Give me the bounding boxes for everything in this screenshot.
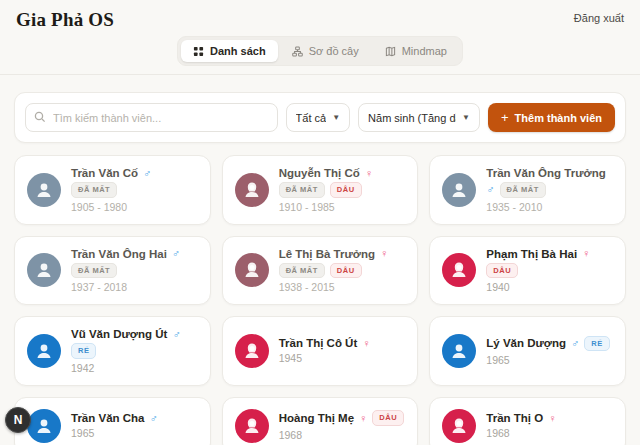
member-card[interactable]: Nguyễn Thị Cố ♀ ĐÃ MẤTDÂU 1910 - 1985 [222, 155, 419, 225]
avatar [235, 409, 269, 443]
member-name: Lý Văn Dượng [486, 337, 566, 349]
person-male-icon [449, 180, 469, 200]
person-female-icon [449, 260, 469, 280]
member-card[interactable]: Lê Thị Bà Trưởng ♀ ĐÃ MẤTDÂU 1938 - 2015 [222, 236, 419, 306]
gender-icon: ♀ [359, 413, 367, 424]
mindmap-icon [385, 46, 396, 57]
member-info: Trần Văn Cố ♂ ĐÃ MẤT 1905 - 1980 [71, 167, 198, 213]
member-name: Vũ Văn Dượng Út [71, 328, 167, 340]
search-icon [34, 111, 46, 123]
add-member-label: Thêm thành viên [515, 112, 602, 124]
person-male-icon [34, 180, 54, 200]
member-card[interactable]: Phạm Thị Bà Hai ♀ DÂU 1940 [429, 236, 626, 306]
top-bar: Gia Phả OS Đăng xuất Danh sách Sơ đồ cây [0, 0, 640, 75]
member-years: 1965 [71, 427, 158, 439]
nextjs-dev-badge[interactable]: N [5, 407, 31, 433]
member-info: Lý Văn Dượng ♂ RỂ 1965 [486, 336, 609, 367]
member-card[interactable]: Vũ Văn Dượng Út ♂ RỂ 1942 [14, 316, 211, 386]
chevron-down-icon: ▼ [332, 113, 340, 122]
status-badge: DÂU [372, 410, 404, 426]
tab-mindmap[interactable]: Mindmap [373, 40, 459, 62]
member-info: Trần Văn Cha ♂ 1965 [71, 412, 158, 439]
avatar [235, 253, 269, 287]
person-male-icon [34, 416, 54, 436]
avatar [27, 409, 61, 443]
gender-icon: ♀ [380, 248, 388, 259]
gender-icon: ♂ [172, 248, 180, 259]
person-female-icon [242, 341, 262, 361]
member-name: Trần Thị O [486, 412, 543, 424]
status-badge: DÂU [486, 263, 518, 279]
member-card[interactable]: Trần Văn Ông Trưởng ♂ ĐÃ MẤT 1935 - 2010 [429, 155, 626, 225]
add-member-button[interactable]: + Thêm thành viên [488, 103, 615, 132]
avatar [235, 334, 269, 368]
member-info: Hoàng Thị Mẹ ♀ DÂU 1968 [279, 410, 404, 441]
member-years: 1968 [279, 429, 404, 441]
chevron-down-icon: ▼ [462, 113, 470, 122]
member-card[interactable]: Trần Thị Cô Út ♀ 1945 [222, 316, 419, 386]
member-card[interactable]: Hoàng Thị Mẹ ♀ DÂU 1968 [222, 397, 419, 445]
member-years: 1965 [486, 354, 609, 366]
view-tabs: Danh sách Sơ đồ cây Mindmap [177, 36, 463, 66]
member-card[interactable]: Trần Văn Cố ♂ ĐÃ MẤT 1905 - 1980 [14, 155, 211, 225]
gender-icon: ♂ [571, 338, 579, 349]
member-info: Trần Văn Ông Trưởng ♂ ĐÃ MẤT 1935 - 2010 [486, 167, 613, 213]
member-name: Hoàng Thị Mẹ [279, 412, 354, 424]
status-badge: ĐÃ MẤT [279, 263, 325, 279]
member-name: Trần Thị Cô Út [279, 337, 358, 349]
member-info: Phạm Thị Bà Hai ♀ DÂU 1940 [486, 248, 613, 294]
member-info: Lê Thị Bà Trưởng ♀ ĐÃ MẤTDÂU 1938 - 2015 [279, 248, 406, 294]
search-input[interactable] [25, 103, 278, 132]
member-info: Trần Thị Cô Út ♀ 1945 [279, 337, 371, 364]
member-years: 1942 [71, 362, 198, 374]
tab-danh-sach[interactable]: Danh sách [181, 40, 278, 62]
avatar [27, 253, 61, 287]
gender-icon: ♂ [150, 413, 158, 424]
status-badge: DÂU [330, 182, 362, 198]
avatar [442, 334, 476, 368]
member-card[interactable]: Lý Văn Dượng ♂ RỂ 1965 [429, 316, 626, 386]
member-years: 1938 - 2015 [279, 281, 406, 293]
tab-label: Danh sách [210, 45, 266, 57]
member-card[interactable]: Trần Văn Cha ♂ 1965 [14, 397, 211, 445]
avatar [442, 173, 476, 207]
person-male-icon [34, 260, 54, 280]
member-card[interactable]: Trần Thị O ♀ 1968 [429, 397, 626, 445]
avatar [442, 253, 476, 287]
tab-label: Mindmap [402, 45, 447, 57]
person-female-icon [242, 260, 262, 280]
gender-icon: ♀ [362, 338, 370, 349]
member-name: Lê Thị Bà Trưởng [279, 248, 375, 260]
sort-filter-value: Năm sinh (Tăng dần) [368, 112, 456, 124]
status-badge: ĐÃ MẤT [71, 263, 117, 279]
tab-label: Sơ đồ cây [309, 45, 359, 57]
tab-so-do-cay[interactable]: Sơ đồ cây [280, 40, 371, 62]
member-years: 1940 [486, 281, 613, 293]
member-name: Phạm Thị Bà Hai [486, 248, 577, 260]
person-female-icon [449, 416, 469, 436]
avatar [27, 334, 61, 368]
member-card[interactable]: Trần Văn Ông Hai ♂ ĐÃ MẤT 1937 - 2018 [14, 236, 211, 306]
member-name: Nguyễn Thị Cố [279, 167, 360, 179]
person-male-icon [449, 341, 469, 361]
gender-icon: ♀ [582, 248, 590, 259]
list-icon [193, 46, 204, 57]
person-male-icon [34, 341, 54, 361]
gender-icon: ♀ [548, 413, 556, 424]
relation-filter-select[interactable]: Tất cả ▼ [286, 103, 351, 132]
gender-icon: ♂ [172, 329, 180, 340]
member-years: 1968 [486, 427, 556, 439]
member-info: Nguyễn Thị Cố ♀ ĐÃ MẤTDÂU 1910 - 1985 [279, 167, 406, 213]
logout-link[interactable]: Đăng xuất [574, 12, 624, 24]
member-name: Trần Văn Cố [71, 167, 138, 179]
status-badge: ĐÃ MẤT [71, 182, 117, 198]
sort-filter-select[interactable]: Năm sinh (Tăng dần) ▼ [358, 103, 480, 132]
member-info: Trần Văn Ông Hai ♂ ĐÃ MẤT 1937 - 2018 [71, 248, 198, 294]
member-years: 1935 - 2010 [486, 201, 613, 213]
status-badge: RỂ [584, 336, 609, 352]
member-name: Trần Văn Cha [71, 412, 145, 424]
member-info: Vũ Văn Dượng Út ♂ RỂ 1942 [71, 328, 198, 374]
member-years: 1937 - 2018 [71, 281, 198, 293]
person-female-icon [242, 180, 262, 200]
gender-icon: ♂ [143, 168, 151, 179]
